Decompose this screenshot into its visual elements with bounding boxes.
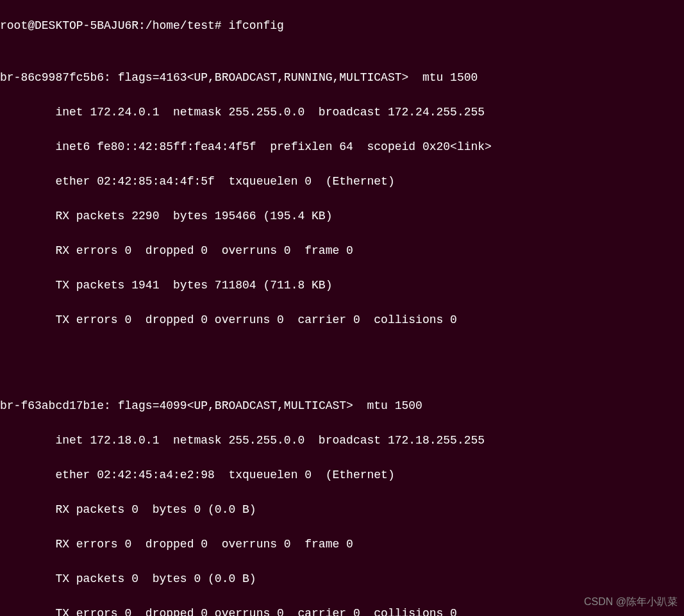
command-prompt: root@DESKTOP-5BAJU6R:/home/test# ifconfi… xyxy=(0,17,684,35)
interface-block-0: br-86c9987fc5b6: flags=4163<UP,BROADCAST… xyxy=(0,52,684,346)
terminal-output[interactable]: root@DESKTOP-5BAJU6R:/home/test# ifconfi… xyxy=(0,0,684,616)
interface-line: TX errors 0 dropped 0 overruns 0 carrier… xyxy=(0,312,684,329)
interface-line: RX packets 2290 bytes 195466 (195.4 KB) xyxy=(0,208,684,225)
interface-line: inet 172.24.0.1 netmask 255.255.0.0 broa… xyxy=(0,104,684,121)
interface-line: TX packets 0 bytes 0 (0.0 B) xyxy=(0,570,684,588)
interface-header: br-86c9987fc5b6: flags=4163<UP,BROADCAST… xyxy=(0,69,684,87)
interface-line: RX errors 0 dropped 0 overruns 0 frame 0 xyxy=(0,242,684,260)
interface-line: RX packets 0 bytes 0 (0.0 B) xyxy=(0,501,684,519)
interface-line: inet 172.18.0.1 netmask 255.255.0.0 broa… xyxy=(0,432,684,449)
watermark-text: CSDN @陈年小趴菜 xyxy=(584,594,678,610)
interface-block-1: br-f63abcd17b1e: flags=4099<UP,BROADCAST… xyxy=(0,380,684,616)
interface-line: ether 02:42:45:a4:e2:98 txqueuelen 0 (Et… xyxy=(0,467,684,484)
interface-line: inet6 fe80::42:85ff:fea4:4f5f prefixlen … xyxy=(0,138,684,156)
interface-line: TX errors 0 dropped 0 overruns 0 carrier… xyxy=(0,605,684,616)
interface-header: br-f63abcd17b1e: flags=4099<UP,BROADCAST… xyxy=(0,397,684,415)
interface-line: ether 02:42:85:a4:4f:5f txqueuelen 0 (Et… xyxy=(0,173,684,190)
interface-line: TX packets 1941 bytes 711804 (711.8 KB) xyxy=(0,277,684,294)
interface-line: RX errors 0 dropped 0 overruns 0 frame 0 xyxy=(0,536,684,553)
